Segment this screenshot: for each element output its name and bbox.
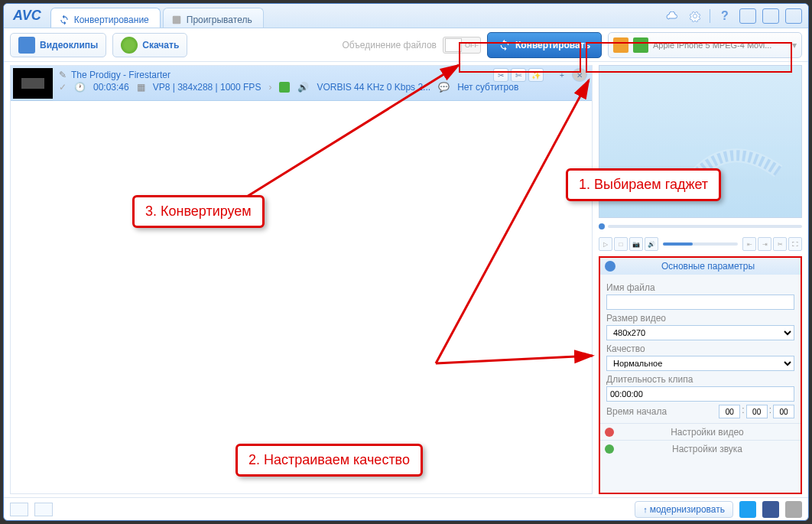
- duration-label: Длительность клипа: [606, 374, 794, 385]
- effects-button[interactable]: ✨: [528, 68, 544, 82]
- minimize-button[interactable]: [739, 8, 756, 24]
- file-label: Имя файла: [606, 282, 794, 293]
- clip-codec: VP8 | 384x288 | 1000 FPS: [153, 82, 261, 93]
- globe-icon: [605, 261, 615, 272]
- start-min-input[interactable]: [746, 405, 768, 418]
- clip-row[interactable]: ✎ The Prodigy - Firestarter ✓ 🕐 00:03:46…: [11, 66, 592, 101]
- maximize-button[interactable]: [762, 8, 779, 24]
- bubble-icon: 💬: [438, 82, 450, 93]
- speaker-icon: 🔊: [297, 82, 309, 93]
- preview-slider[interactable]: [599, 221, 802, 232]
- mute-button[interactable]: 🔊: [645, 237, 658, 251]
- quality-label: Качество: [606, 343, 794, 354]
- codec-icon: ▦: [137, 82, 145, 93]
- tab-player[interactable]: Проигрыватель: [163, 8, 264, 28]
- remove-button[interactable]: ✕: [572, 68, 587, 82]
- video-settings-nav[interactable]: Настройки видео: [600, 423, 801, 440]
- sync-icon: [499, 39, 511, 51]
- pencil-icon: ✎: [59, 70, 67, 80]
- clip-audio: VORBIS 44 KHz 0 Kbps 2...: [317, 82, 430, 93]
- tab-label: Конвертирование: [74, 15, 149, 25]
- start-sec-input[interactable]: [773, 405, 794, 418]
- cut-button[interactable]: ✄: [511, 68, 526, 82]
- audio-icon: [605, 444, 614, 454]
- tab-label: Проигрыватель: [187, 15, 252, 25]
- clip-list: ✎ The Prodigy - Firestarter ✓ 🕐 00:03:46…: [10, 65, 593, 494]
- preview-controls: ▷ □ 📷 🔊 ⇤ ⇥ ✂ ⛶: [599, 235, 802, 253]
- close-button[interactable]: [785, 8, 802, 24]
- panel-title: Основные параметры: [620, 261, 796, 272]
- tab-convert[interactable]: Конвертирование: [50, 8, 161, 28]
- clip-title[interactable]: The Prodigy - Firestarter: [71, 70, 171, 80]
- button-label: Видеоклипы: [40, 40, 98, 50]
- share-icon[interactable]: [785, 501, 802, 518]
- expand-button[interactable]: ⛶: [788, 237, 802, 251]
- upgrade-button[interactable]: ↑ модернизировать: [635, 501, 733, 518]
- globe-plus-icon: [121, 37, 138, 54]
- start-time-label: Время начала: [606, 406, 667, 417]
- all-icon: [613, 37, 628, 53]
- panel-header[interactable]: Основные параметры: [600, 258, 801, 275]
- right-sidebar: ▷ □ 📷 🔊 ⇤ ⇥ ✂ ⛶ Основные параметры Имя ф…: [599, 65, 802, 494]
- size-label: Размер видео: [606, 313, 794, 324]
- quality-select[interactable]: Нормальное: [606, 356, 794, 371]
- chevron-right-icon: ›: [268, 82, 271, 93]
- statusbar: ↑ модернизировать: [4, 497, 808, 520]
- view-grid-button[interactable]: [34, 503, 53, 516]
- annotation-1: 1. Выбираем гаджет: [566, 168, 721, 201]
- snapshot-button[interactable]: 📷: [629, 237, 643, 251]
- twitter-icon[interactable]: [739, 501, 756, 518]
- video-icon: [605, 428, 614, 437]
- filename-input[interactable]: [606, 295, 794, 310]
- clip-subs: Нет субтитров: [457, 82, 518, 93]
- mark-in-button[interactable]: ⇤: [742, 237, 756, 251]
- video-size-select[interactable]: 480x270: [606, 325, 794, 340]
- merge-label: Объединение файлов: [343, 40, 437, 50]
- download-button[interactable]: Скачать: [112, 33, 187, 57]
- crop-button[interactable]: ✂: [493, 68, 508, 82]
- add-button[interactable]: +: [554, 68, 570, 82]
- check-icon: ✓: [59, 82, 67, 93]
- help-icon[interactable]: ?: [716, 8, 733, 24]
- svg-rect-2: [21, 78, 44, 89]
- gear-icon[interactable]: [687, 8, 703, 24]
- player-icon: [171, 15, 182, 25]
- output-profile-selector[interactable]: Apple iPhone 5 MPEG-4 Movi... ▾: [608, 32, 802, 58]
- refresh-icon: [59, 15, 70, 25]
- annotation-2: 2. Настраиваем качество: [235, 444, 423, 477]
- titlebar: AVC Конвертирование Проигрыватель ?: [4, 4, 808, 28]
- phone-icon: [279, 82, 290, 93]
- profile-text: Apple iPhone 5 MPEG-4 Movi...: [653, 41, 788, 50]
- clock-icon: 🕐: [74, 82, 86, 93]
- scissors-button[interactable]: ✂: [773, 237, 787, 251]
- toolbar: Видеоклипы Скачать Объединение файлов OF…: [4, 28, 808, 62]
- button-label: Конвертировать: [515, 40, 590, 50]
- stop-button[interactable]: □: [614, 237, 628, 251]
- convert-button[interactable]: Конвертировать: [487, 32, 602, 58]
- view-list-button[interactable]: [10, 503, 28, 516]
- clip-thumbnail: [13, 68, 53, 99]
- videoclips-button[interactable]: Видеоклипы: [10, 33, 106, 57]
- film-plus-icon: [18, 37, 35, 54]
- app-logo: AVC: [4, 8, 50, 24]
- clip-duration: 00:03:46: [93, 82, 129, 93]
- svg-rect-0: [173, 15, 181, 24]
- audio-settings-nav[interactable]: Настройки звука: [600, 440, 801, 457]
- play-button[interactable]: ▷: [599, 237, 612, 251]
- button-label: Скачать: [142, 40, 179, 50]
- annotation-3: 3. Конвертируем: [132, 195, 265, 228]
- facebook-icon[interactable]: [762, 501, 779, 518]
- mark-out-button[interactable]: ⇥: [758, 237, 771, 251]
- chevron-down-icon: ▾: [792, 40, 797, 50]
- start-hour-input[interactable]: [719, 405, 740, 418]
- cloud-icon[interactable]: [664, 8, 680, 24]
- merge-switch[interactable]: OFF: [443, 37, 481, 54]
- settings-panel: Основные параметры Имя файла Размер виде…: [599, 256, 802, 494]
- content-area: ✎ The Prodigy - Firestarter ✓ 🕐 00:03:46…: [10, 65, 802, 494]
- tablist: Конвертирование Проигрыватель: [50, 4, 658, 28]
- duration-input[interactable]: [606, 386, 794, 402]
- phone-icon: [633, 37, 648, 53]
